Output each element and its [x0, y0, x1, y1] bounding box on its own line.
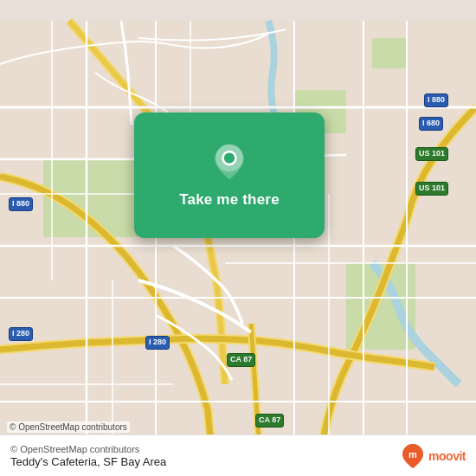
- copyright-text: © OpenStreetMap contributors: [10, 444, 166, 454]
- location-label: Teddy's Cafeteria, SF Bay Area: [10, 455, 166, 468]
- svg-rect-3: [372, 38, 407, 68]
- shield-ca87-top: CA 87: [227, 353, 255, 367]
- svg-point-25: [224, 152, 235, 163]
- shield-us101-top: US 101: [415, 147, 448, 161]
- shield-i880-left: I 880: [9, 197, 33, 211]
- take-me-there-card[interactable]: Take me there: [134, 113, 325, 238]
- moovit-logo: m moovit: [401, 442, 466, 470]
- map-svg: [0, 0, 476, 476]
- bottom-bar: © OpenStreetMap contributors Teddy's Caf…: [0, 434, 476, 476]
- shield-i680: I 680: [419, 117, 443, 131]
- location-pin-icon: [210, 143, 248, 181]
- shield-i280-mid: I 280: [145, 336, 170, 350]
- shield-us101-bot: US 101: [415, 182, 448, 196]
- take-me-there-button[interactable]: Take me there: [179, 191, 280, 209]
- shield-i280-left: I 280: [9, 327, 33, 341]
- osm-attribution: © OpenStreetMap contributors: [7, 421, 130, 433]
- moovit-wordmark: moovit: [428, 449, 466, 463]
- shield-ca87-bot: CA 87: [255, 414, 284, 428]
- moovit-pin-icon: m: [401, 442, 425, 470]
- svg-text:m: m: [408, 449, 417, 460]
- map-container: I 880 I 880 I 280 I 280 CA 87 CA 87 US 1…: [0, 0, 476, 476]
- shield-i880-right: I 880: [424, 93, 448, 107]
